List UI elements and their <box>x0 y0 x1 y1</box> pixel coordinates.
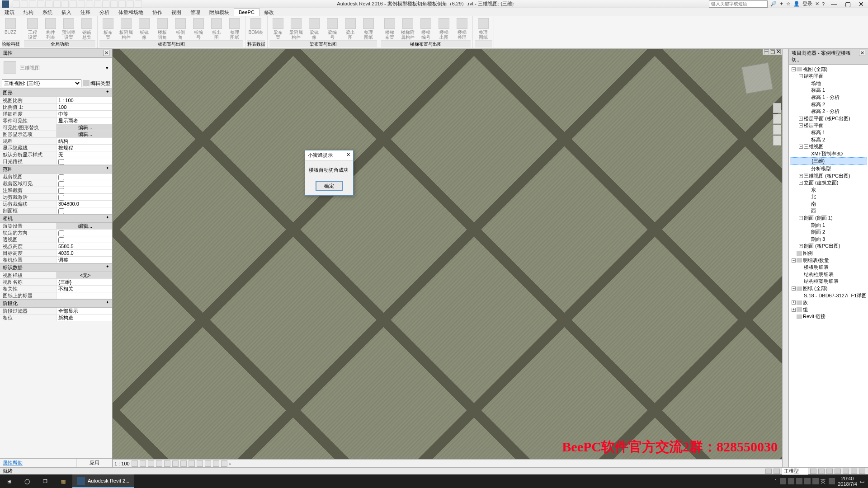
signin-icon[interactable]: 👤 <box>793 1 800 7</box>
sb-face-icon[interactable] <box>835 469 841 474</box>
sb-select-icon[interactable] <box>810 469 816 474</box>
viewport-scrollbar[interactable] <box>782 49 788 467</box>
prop-value[interactable] <box>56 230 112 236</box>
ribbon-tool-1-0[interactable]: 工程设置 <box>24 17 41 40</box>
dialog-ok-button[interactable]: 确定 <box>316 181 343 191</box>
tree-node[interactable]: 结构柱明细表 <box>790 271 867 278</box>
qa-undo-icon[interactable] <box>29 0 36 8</box>
favorites-icon[interactable]: ☆ <box>786 1 791 7</box>
menu-tab-6[interactable]: 体量和场地 <box>114 8 148 16</box>
tree-node[interactable]: 剖面 1 <box>790 221 867 229</box>
shadows-icon[interactable] <box>156 460 162 467</box>
menu-tab-3[interactable]: 插入 <box>57 8 76 16</box>
sb-filter-icon[interactable] <box>818 469 825 474</box>
infocenter-icon[interactable]: 🔎 <box>770 1 777 7</box>
ribbon-tool-1-1[interactable]: 构件列表 <box>42 17 59 40</box>
render-icon[interactable] <box>164 460 170 467</box>
tree-node[interactable]: 剖面 2 <box>790 229 867 236</box>
tree-expander-icon[interactable]: − <box>792 258 796 263</box>
tree-expander-icon[interactable]: + <box>799 174 803 178</box>
prop-value[interactable]: 中等 <box>56 111 112 117</box>
menu-tab-0[interactable]: 建筑 <box>0 8 19 16</box>
tree-node[interactable]: 北 <box>790 193 867 201</box>
prop-value[interactable]: 1 : 100 <box>56 97 112 103</box>
type-selector-dropdown-icon[interactable]: ▾ <box>106 65 108 71</box>
tray-icon-5[interactable] <box>812 478 819 484</box>
reveal-icon[interactable] <box>221 460 227 467</box>
dialog-titlebar[interactable]: 小蜜蜂提示 ✕ <box>305 150 353 160</box>
qa-thin-icon[interactable] <box>110 0 118 8</box>
tree-expander-icon[interactable]: − <box>799 181 803 185</box>
prop-value[interactable]: 4035.0 <box>56 250 112 256</box>
view-min-icon[interactable]: ─ <box>764 49 769 54</box>
qa-print-icon[interactable] <box>45 0 52 8</box>
taskview-button[interactable]: ❐ <box>36 474 54 488</box>
qa-section-icon[interactable] <box>102 0 109 8</box>
ribbon-tool-0-0[interactable]: BUZZ <box>2 17 19 40</box>
tree-expander-icon[interactable]: + <box>799 117 803 121</box>
tree-node[interactable]: 南 <box>790 200 867 207</box>
menu-tab-10[interactable]: 附加模块 <box>205 8 234 16</box>
viewport-3d[interactable]: ─ ▢ ✕ BeePC软件官方交流2群：828550030 1 : 100 <box>113 49 782 467</box>
qa-close-icon[interactable] <box>118 0 126 8</box>
tree-node[interactable]: 标高 2 <box>790 101 867 108</box>
tree-node[interactable]: +剖面 (板PC出图) <box>790 243 867 250</box>
tray-expand-icon[interactable]: ˄ <box>774 479 777 484</box>
prop-value[interactable]: 结构 <box>56 138 112 144</box>
taskbar-clock[interactable]: 20:402018/7/4 <box>838 476 857 487</box>
menu-tab-12[interactable]: 修改 <box>259 8 278 16</box>
tree-expander-icon[interactable]: + <box>799 244 803 248</box>
tree-node[interactable]: 标高 2 - 分析 <box>790 108 867 115</box>
temp-hide-icon[interactable] <box>197 460 203 467</box>
menu-tab-9[interactable]: 管理 <box>186 8 205 16</box>
view-scale[interactable]: 1 : 100 <box>114 461 130 466</box>
sb-pin-icon[interactable] <box>843 469 849 474</box>
project-browser-tree[interactable]: −视图 (全部)−结构平面场地标高 1标高 1 - 分析标高 2标高 2 - 分… <box>789 65 868 467</box>
tree-node[interactable]: 图例 <box>790 249 867 257</box>
properties-close-icon[interactable]: ✕ <box>103 50 109 56</box>
edit-type-button[interactable]: 编辑类型 <box>83 79 110 87</box>
menu-tab-11[interactable]: BeePC <box>234 8 259 16</box>
ribbon-tool-4-4[interactable]: 梁出图 <box>342 17 359 40</box>
ribbon-tool-2-6[interactable]: 板出图 <box>208 17 225 40</box>
prop-value[interactable] <box>56 187 112 193</box>
tree-node[interactable]: −楼层平面 <box>790 122 867 129</box>
tree-node[interactable]: +族 <box>790 299 867 306</box>
ribbon-tool-5-3[interactable]: 楼梯出图 <box>435 17 453 40</box>
prop-value[interactable]: 编辑... <box>56 131 112 137</box>
prop-section-4[interactable]: 阶段化✦ <box>0 299 112 308</box>
ribbon-tool-2-7[interactable]: 整理图纸 <box>226 17 243 40</box>
tree-node[interactable]: Revit 链接 <box>790 313 867 320</box>
menu-tab-8[interactable]: 视图 <box>167 8 186 16</box>
prop-value[interactable]: 编辑... <box>56 223 112 229</box>
start-button[interactable]: ⊞ <box>0 474 18 488</box>
prop-value[interactable]: 显示两者 <box>56 117 112 124</box>
tree-node[interactable]: 东 <box>790 186 867 193</box>
apply-button[interactable]: 应用 <box>76 459 112 467</box>
tree-node[interactable]: +楼层平面 (板PC出图) <box>790 115 867 122</box>
tray-ime-icon[interactable]: 英 <box>821 478 827 484</box>
qa-measure-icon[interactable] <box>53 0 61 8</box>
type-selector[interactable]: 三维视图 ▾ <box>0 58 112 78</box>
minimize-button[interactable]: — <box>827 0 841 8</box>
prop-value[interactable] <box>56 236 112 243</box>
ribbon-tool-2-2[interactable]: 板镜像 <box>136 17 153 40</box>
ribbon-tool-4-1[interactable]: 梁附属构件 <box>288 17 305 40</box>
unhide-icon[interactable] <box>189 460 195 467</box>
tree-node[interactable]: 分析模型 <box>790 165 867 172</box>
ribbon-tool-6-0[interactable]: 整理图纸 <box>475 17 492 40</box>
ribbon-tool-1-3[interactable]: 钢筋总览 <box>78 17 95 40</box>
tree-node[interactable]: −视图 (全部) <box>790 66 867 73</box>
action-center-icon[interactable]: ▭ <box>860 479 864 484</box>
view-max-icon[interactable]: ▢ <box>770 49 775 54</box>
sb-model-select[interactable]: 主模型 <box>782 467 808 475</box>
cortana-button[interactable]: ◯ <box>18 474 36 488</box>
nav-wheel-icon[interactable] <box>773 103 781 113</box>
ribbon-tool-4-5[interactable]: 整理图纸 <box>360 17 377 40</box>
tray-icon-3[interactable] <box>796 478 802 484</box>
sb-drag-icon[interactable] <box>826 469 833 474</box>
constraint-icon[interactable] <box>213 460 219 467</box>
sb-editreq-icon[interactable] <box>774 469 780 474</box>
prop-value[interactable]: 无 <box>56 151 112 158</box>
prop-value[interactable]: 编辑... <box>56 124 112 131</box>
